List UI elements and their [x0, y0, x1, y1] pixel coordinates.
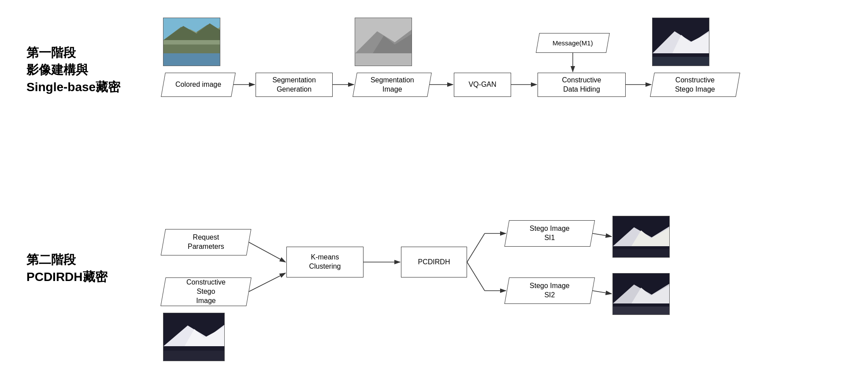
- svg-line-37: [467, 262, 485, 291]
- svg-rect-3: [163, 53, 220, 66]
- csi2-photo: [163, 313, 225, 361]
- svg-rect-12: [653, 57, 709, 66]
- section1-label: 第一階段 影像建構與 Single-base藏密: [26, 44, 120, 96]
- colored-image-node: Colored image: [161, 73, 236, 97]
- svg-rect-8: [355, 53, 412, 66]
- diagram-container: 第一階段 影像建構與 Single-base藏密 第二階段 PCDIRDH藏密 …: [0, 0, 868, 392]
- svg-rect-24: [613, 307, 670, 315]
- pcdirdh-node: PCDIRDH: [401, 247, 467, 277]
- constructive-stego-photo: [652, 18, 709, 66]
- message-m1-node: Message(M1): [536, 33, 610, 53]
- svg-rect-20: [613, 249, 670, 258]
- csi-node: ConstructiveStego Image: [650, 73, 740, 97]
- si1-photo: [612, 216, 670, 258]
- svg-line-35: [467, 233, 485, 262]
- seg-gen-node: SegmentationGeneration: [256, 73, 333, 97]
- arrows-overlay: [0, 0, 868, 392]
- si1-node: Stego ImageSI1: [504, 220, 595, 247]
- section2-label: 第二階段 PCDIRDH藏密: [26, 251, 108, 285]
- kmeans-node: K-meansClustering: [286, 247, 364, 277]
- svg-line-33: [249, 273, 286, 292]
- svg-line-32: [249, 242, 286, 262]
- segmentation-image-photo: [355, 18, 412, 66]
- csi2-node: ConstructiveStegoImage: [160, 277, 251, 306]
- colored-image-photo: [163, 18, 220, 66]
- svg-line-39: [593, 233, 612, 237]
- seg-image-node: SegmentationImage: [352, 73, 432, 97]
- si2-photo: [612, 273, 670, 315]
- svg-line-40: [593, 291, 612, 294]
- vq-gan-node: VQ-GAN: [454, 73, 511, 97]
- si2-node: Stego ImageSI2: [504, 277, 595, 304]
- cdh-node: ConstructiveData Hiding: [538, 73, 626, 97]
- req-params-node: RequestParameters: [161, 229, 252, 255]
- svg-rect-16: [163, 351, 225, 361]
